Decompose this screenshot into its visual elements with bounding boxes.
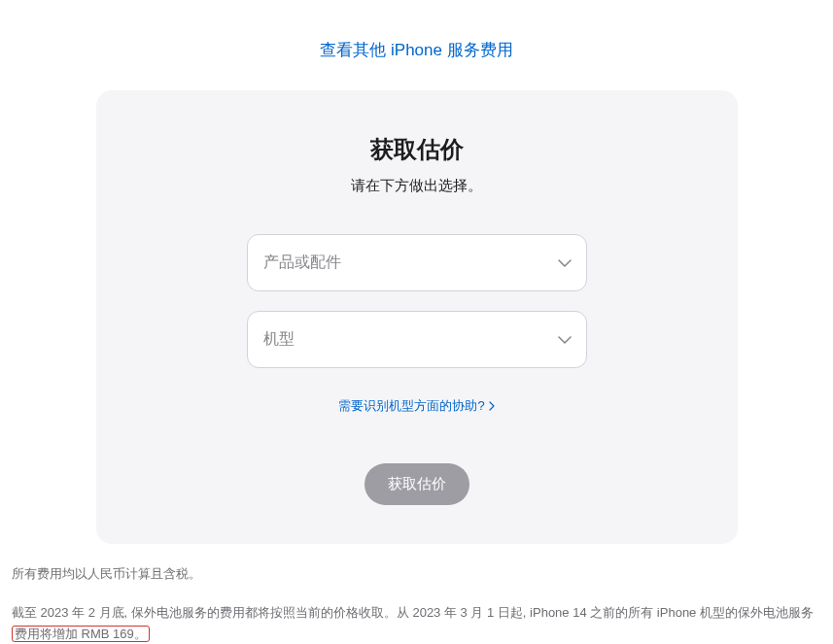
price-increase-highlight: 费用将增加 RMB 169。 xyxy=(12,626,150,642)
model-select[interactable]: 机型 xyxy=(247,311,587,368)
identify-model-help-link[interactable]: 需要识别机型方面的协助? xyxy=(338,397,494,415)
card-title: 获取估价 xyxy=(135,134,699,165)
card-subtitle: 请在下方做出选择。 xyxy=(135,177,699,195)
footer-notes: 所有费用均以人民币计算且含税。 截至 2023 年 2 月底, 保外电池服务的费… xyxy=(0,544,833,644)
get-estimate-button[interactable]: 获取估价 xyxy=(364,463,469,505)
footer-note-currency: 所有费用均以人民币计算且含税。 xyxy=(12,563,821,585)
product-select[interactable]: 产品或配件 xyxy=(247,234,587,291)
estimate-card: 获取估价 请在下方做出选择。 产品或配件 机型 需要识别机型方面的协助? 获取估… xyxy=(96,90,738,544)
help-link-label: 需要识别机型方面的协助? xyxy=(338,397,484,415)
other-iphone-service-link[interactable]: 查看其他 iPhone 服务费用 xyxy=(320,41,512,59)
chevron-right-icon xyxy=(489,401,495,411)
footer-note-pricing: 截至 2023 年 2 月底, 保外电池服务的费用都将按照当前的价格收取。从 2… xyxy=(12,602,821,644)
